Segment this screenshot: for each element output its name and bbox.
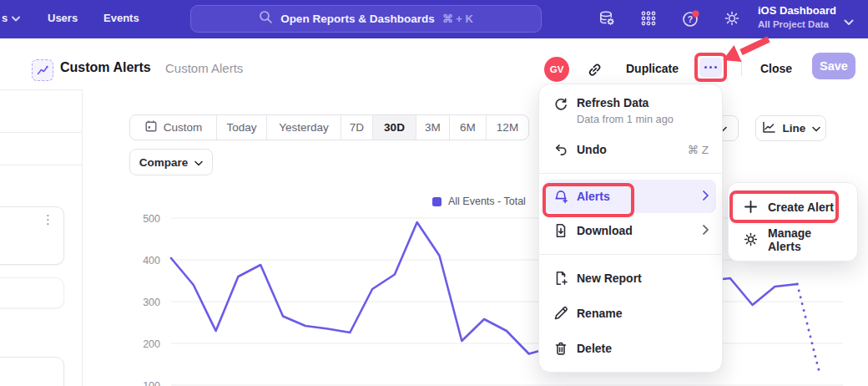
sidebar-separator xyxy=(0,132,82,133)
report-type-icon xyxy=(32,59,53,81)
search-shortcut: ⌘ + K xyxy=(442,13,473,25)
download-file-icon xyxy=(553,222,569,239)
duplicate-button[interactable]: Duplicate xyxy=(626,62,679,75)
breadcrumb: Custom Alerts xyxy=(165,61,243,75)
menu-item-label: New Report xyxy=(577,272,709,285)
alerts-submenu: Create Alert Manage Alerts xyxy=(728,182,858,262)
submenu-item-label: Create Alert xyxy=(768,201,834,214)
trash-icon xyxy=(553,340,569,357)
date-range-6m[interactable]: 6M xyxy=(449,115,486,140)
date-range-12m[interactable]: 12M xyxy=(486,115,528,140)
sidebar-separator xyxy=(0,89,82,90)
y-axis-tick-label: 200 xyxy=(143,338,160,350)
compare-label: Compare xyxy=(139,156,189,169)
menu-item-shortcut: ⌘ Z xyxy=(688,143,709,156)
y-axis-tick-label: 100 xyxy=(143,380,160,386)
sidebar-divider xyxy=(82,89,83,386)
nav-item-events[interactable]: Events xyxy=(103,12,139,24)
report-options-menu: Refresh Data Data from 1 min ago Undo ⌘ … xyxy=(538,84,723,373)
search-input[interactable]: Open Reports & Dashboards ⌘ + K xyxy=(190,5,542,33)
menu-item-undo[interactable]: Undo ⌘ Z xyxy=(539,132,722,167)
menu-item-rename[interactable]: Rename xyxy=(539,296,722,331)
menu-item-alerts[interactable]: Alerts xyxy=(545,180,716,213)
chevron-right-icon xyxy=(703,225,709,237)
menu-divider xyxy=(539,173,722,174)
save-button[interactable]: Save xyxy=(812,53,855,79)
alert-bell-plus-icon xyxy=(553,188,569,205)
menu-item-label: Refresh Data xyxy=(577,96,648,109)
top-navigation-bar: s Users Events Open Reports & Dashboards… xyxy=(0,0,868,38)
nav-item-users[interactable]: Users xyxy=(48,12,78,24)
menu-item-label: Delete xyxy=(577,342,709,355)
more-options-button[interactable] xyxy=(699,58,722,77)
menu-item-new-report[interactable]: New Report xyxy=(539,261,722,296)
menu-item-label: Download xyxy=(577,224,695,237)
plus-icon xyxy=(743,199,759,215)
new-report-icon xyxy=(553,270,569,287)
search-icon xyxy=(259,10,273,28)
copy-link-icon[interactable] xyxy=(586,61,603,82)
menu-item-label: Undo xyxy=(577,143,680,156)
avatar[interactable]: GV xyxy=(544,57,569,82)
query-card[interactable] xyxy=(0,277,64,308)
compare-button[interactable]: Compare xyxy=(129,149,213,175)
refresh-icon xyxy=(553,97,569,114)
project-chevron-down-icon xyxy=(844,14,854,29)
date-range-today[interactable]: Today xyxy=(216,115,266,140)
nav-item-partial[interactable]: s xyxy=(2,12,20,24)
menu-item-delete[interactable]: Delete xyxy=(539,331,722,366)
date-range-30d-selected[interactable]: 30D xyxy=(372,115,416,140)
apps-grid-icon[interactable] xyxy=(639,9,658,28)
search-placeholder: Open Reports & Dashboards xyxy=(280,13,435,25)
notification-dot xyxy=(693,11,699,18)
project-name: iOS Dashboard xyxy=(758,5,836,16)
pencil-icon xyxy=(553,305,569,322)
date-range-3m[interactable]: 3M xyxy=(416,115,449,140)
chart-type-label: Line xyxy=(783,122,806,135)
menu-item-label: Alerts xyxy=(577,190,695,203)
line-series-dotted-tail xyxy=(797,284,820,373)
header-divider xyxy=(741,59,742,76)
menu-item-sublabel: Data from 1 min ago xyxy=(577,113,709,125)
data-management-icon[interactable] xyxy=(598,9,616,28)
line-chart-icon xyxy=(761,120,776,137)
project-scope: All Project Data xyxy=(758,20,836,30)
menu-item-download[interactable]: Download xyxy=(539,213,722,248)
chevron-down-icon xyxy=(194,156,203,169)
date-range-label: Custom xyxy=(164,121,203,134)
menu-divider xyxy=(539,254,722,255)
chart-type-button[interactable]: Line xyxy=(755,115,826,141)
card-kebab-menu-icon[interactable]: ⋮ xyxy=(42,213,54,226)
query-card[interactable] xyxy=(0,357,64,386)
nav-item-partial-label: s xyxy=(2,12,8,24)
date-range-yesterday[interactable]: Yesterday xyxy=(266,115,341,140)
y-axis-tick-label: 300 xyxy=(143,297,160,308)
y-axis-tick-label: 400 xyxy=(143,255,160,267)
undo-icon xyxy=(553,141,569,158)
chevron-down-icon xyxy=(812,122,820,135)
calendar-icon xyxy=(144,119,158,135)
submenu-item-create-alert[interactable]: Create Alert xyxy=(729,190,857,223)
y-axis-tick-label: 500 xyxy=(143,213,160,225)
project-selector[interactable]: iOS Dashboard All Project Data xyxy=(758,5,836,30)
more-dots-icon xyxy=(704,66,707,69)
query-card[interactable] xyxy=(0,206,64,265)
date-range-custom[interactable]: Custom xyxy=(130,115,216,140)
chevron-right-icon xyxy=(703,190,709,203)
gear-icon xyxy=(743,231,759,247)
menu-item-label: Rename xyxy=(577,307,709,320)
submenu-item-manage-alerts[interactable]: Manage Alerts xyxy=(729,223,857,256)
svg-text:?: ? xyxy=(688,14,693,24)
date-range-7d[interactable]: 7D xyxy=(341,115,372,140)
settings-gear-icon[interactable] xyxy=(723,9,741,28)
sidebar-separator xyxy=(0,165,82,165)
page-title: Custom Alerts xyxy=(60,60,151,75)
chevron-down-icon xyxy=(12,12,20,24)
help-icon[interactable]: ? xyxy=(681,9,699,28)
menu-item-refresh-data[interactable]: Refresh Data Data from 1 min ago xyxy=(539,94,722,132)
close-button[interactable]: Close xyxy=(760,62,792,75)
submenu-item-label: Manage Alerts xyxy=(768,226,843,253)
date-range-control: Custom Today Yesterday 7D 30D 3M 6M 12M xyxy=(129,114,529,140)
